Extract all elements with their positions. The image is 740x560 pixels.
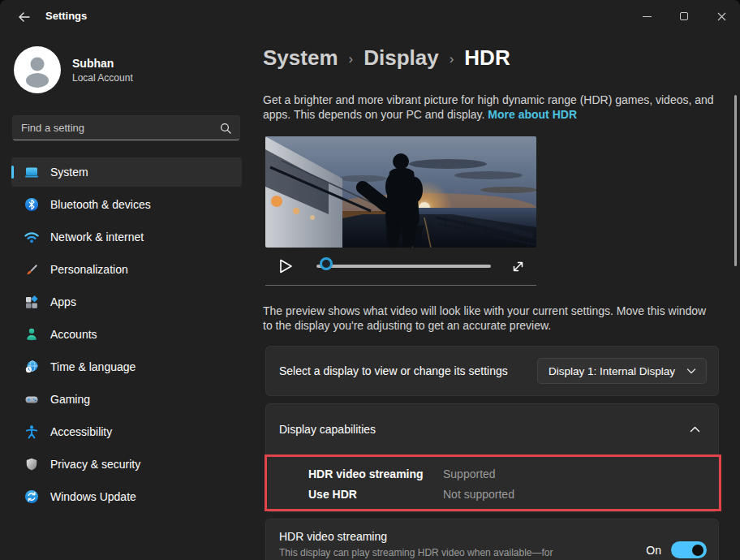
settings-window: Settings Subhan Local Account xyxy=(0,0,740,560)
slider-knob[interactable] xyxy=(320,257,333,270)
breadcrumb-system[interactable]: System xyxy=(263,45,338,71)
monitor-icon xyxy=(24,165,39,179)
back-button[interactable] xyxy=(11,8,36,26)
hdr-video-preview[interactable] xyxy=(265,136,536,248)
intro-text: Get a brighter and more vibrant picture … xyxy=(263,93,717,122)
hdr-streaming-card: HDR video streaming This display can pla… xyxy=(265,519,719,560)
sidebar-item-label: Time & language xyxy=(50,360,136,373)
sidebar-item-label: Accessibility xyxy=(50,425,112,438)
maximize-icon xyxy=(680,12,688,20)
main-content: System › Display › HDR Get a brighter an… xyxy=(253,32,740,560)
capability-row-hdr-video-streaming: HDR video streaming Supported xyxy=(308,463,718,484)
chevron-down-icon xyxy=(686,368,696,374)
breadcrumb: System › Display › HDR xyxy=(263,45,510,71)
sidebar-item-label: System xyxy=(50,166,88,179)
capability-value: Not supported xyxy=(443,488,514,501)
wifi-icon xyxy=(24,230,39,244)
sidebar: Subhan Local Account System Bluetooth xyxy=(0,32,253,560)
capability-label: Use HDR xyxy=(308,488,443,501)
sidebar-item-accounts[interactable]: Accounts xyxy=(11,320,242,349)
fullscreen-icon xyxy=(511,260,525,274)
shield-icon xyxy=(24,457,39,472)
sidebar-item-windows-update[interactable]: Windows Update xyxy=(11,482,242,511)
display-capabilities-title: Display capabilities xyxy=(279,423,376,436)
capabilities-rows: HDR video streaming Supported Use HDR No… xyxy=(266,454,718,504)
preview-note: The preview shows what video will look l… xyxy=(263,304,717,333)
display-select-card: Select a display to view or change its s… xyxy=(265,346,719,396)
play-button[interactable] xyxy=(278,258,294,274)
back-arrow-icon xyxy=(18,12,30,22)
update-icon xyxy=(24,489,39,504)
app-title: Settings xyxy=(45,10,87,22)
toggle-state-label: On xyxy=(646,544,661,557)
capability-value: Supported xyxy=(443,467,496,480)
slider-track[interactable] xyxy=(316,265,491,268)
person-avatar-icon xyxy=(14,46,61,93)
seek-slider[interactable] xyxy=(316,259,491,274)
profile-text: Subhan Local Account xyxy=(72,57,133,84)
capability-row-use-hdr: Use HDR Not supported xyxy=(308,484,718,504)
more-about-hdr-link[interactable]: More about HDR xyxy=(488,108,577,121)
sidebar-item-label: Network & internet xyxy=(50,230,144,243)
fullscreen-button[interactable] xyxy=(511,260,525,274)
sidebar-item-accessibility[interactable]: Accessibility xyxy=(11,417,242,446)
breadcrumb-separator: › xyxy=(450,51,454,67)
sidebar-item-label: Privacy & security xyxy=(50,458,140,471)
display-capabilities-header[interactable]: Display capabilities xyxy=(266,404,718,454)
toggle-knob xyxy=(692,545,703,556)
sidebar-item-label: Bluetooth & devices xyxy=(50,198,151,211)
sidebar-item-bluetooth-devices[interactable]: Bluetooth & devices xyxy=(11,190,242,219)
sidebar-item-apps[interactable]: Apps xyxy=(11,287,242,317)
breadcrumb-hdr: HDR xyxy=(464,45,510,71)
display-select-label: Select a display to view or change its s… xyxy=(279,364,508,377)
titlebar: Settings xyxy=(0,0,740,32)
sidebar-item-label: Gaming xyxy=(50,393,90,406)
close-button[interactable] xyxy=(703,0,740,32)
breadcrumb-separator: › xyxy=(349,51,354,67)
close-icon xyxy=(717,12,726,21)
search-input[interactable] xyxy=(13,122,220,134)
maximize-button[interactable] xyxy=(665,0,703,32)
bluetooth-icon xyxy=(24,197,39,212)
display-capabilities-card: Display capabilities HDR video streaming… xyxy=(265,403,719,512)
minimize-button[interactable] xyxy=(628,0,665,32)
sidebar-item-system[interactable]: System xyxy=(11,157,242,187)
avatar xyxy=(14,46,61,93)
sidebar-item-time-language[interactable]: Time & language xyxy=(11,352,242,381)
hdr-video-player xyxy=(265,136,536,286)
clock-globe-icon xyxy=(24,360,39,374)
display-select-dropdown[interactable]: Display 1: Internal Display xyxy=(537,358,707,384)
chevron-up-icon xyxy=(690,426,700,433)
capability-label: HDR video streaming xyxy=(308,467,443,480)
sidebar-item-personalization[interactable]: Personalization xyxy=(11,255,242,284)
hdr-streaming-texts: HDR video streaming This display can pla… xyxy=(279,530,553,560)
search-box[interactable] xyxy=(12,115,240,140)
window-controls xyxy=(628,0,740,32)
account-type: Local Account xyxy=(72,72,133,84)
hdr-streaming-title: HDR video streaming xyxy=(279,530,553,543)
sidebar-nav: System Bluetooth & devices Network & int… xyxy=(11,157,242,511)
sidebar-item-label: Accounts xyxy=(50,328,97,341)
search-icon[interactable] xyxy=(220,123,231,134)
sidebar-item-label: Windows Update xyxy=(50,490,136,503)
sidebar-item-privacy-security[interactable]: Privacy & security xyxy=(11,450,242,479)
user-name: Subhan xyxy=(72,57,133,70)
accessibility-icon xyxy=(24,424,39,439)
hdr-streaming-toggle-group: On xyxy=(646,541,707,558)
sidebar-item-label: Personalization xyxy=(50,263,128,276)
sidebar-item-gaming[interactable]: Gaming xyxy=(11,385,242,414)
minimize-icon xyxy=(643,16,652,17)
apps-grid-icon xyxy=(24,295,39,309)
gamepad-icon xyxy=(24,392,39,407)
display-select-value: Display 1: Internal Display xyxy=(549,365,675,377)
user-profile[interactable]: Subhan Local Account xyxy=(14,46,133,93)
person-icon xyxy=(24,327,39,342)
breadcrumb-display[interactable]: Display xyxy=(364,45,439,71)
play-icon xyxy=(278,258,294,274)
hdr-streaming-toggle[interactable] xyxy=(671,541,707,558)
paintbrush-icon xyxy=(24,262,39,277)
hdr-streaming-description: This display can play streaming HDR vide… xyxy=(279,547,553,558)
collapse-button[interactable] xyxy=(690,426,700,433)
sidebar-item-network-internet[interactable]: Network & internet xyxy=(11,222,242,252)
vertical-scrollbar[interactable] xyxy=(734,95,737,266)
